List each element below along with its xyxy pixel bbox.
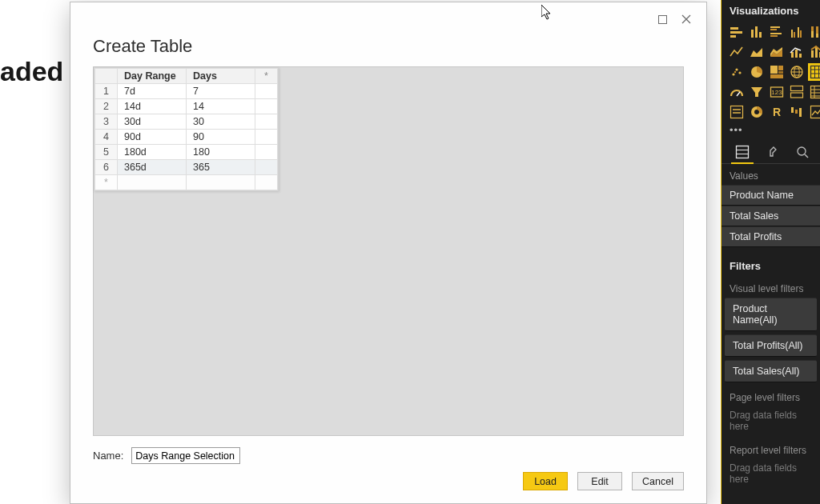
cell-day-range[interactable]: 14d — [118, 99, 187, 114]
svg-rect-2 — [730, 31, 742, 34]
cell-empty[interactable] — [255, 130, 278, 145]
svg-text:123: 123 — [771, 89, 782, 96]
svg-rect-10 — [770, 35, 778, 37]
cell-days[interactable]: 180 — [187, 145, 255, 160]
treemap-icon[interactable] — [768, 63, 786, 81]
svg-rect-42 — [791, 86, 803, 91]
svg-rect-18 — [816, 26, 818, 34]
cell-day-range[interactable]: 7d — [118, 84, 187, 99]
value-field[interactable]: Total Profits — [722, 226, 820, 247]
value-field[interactable]: Product Name — [722, 185, 820, 206]
report-level-filters-header: Report level filters — [722, 438, 820, 459]
table-row[interactable]: 2 14d 14 — [95, 99, 278, 114]
cancel-button[interactable]: Cancel — [632, 472, 684, 490]
value-field[interactable]: Total Sales — [722, 206, 820, 226]
svg-rect-4 — [751, 30, 754, 38]
line-chart-icon[interactable] — [728, 43, 746, 61]
svg-rect-22 — [795, 50, 798, 58]
svg-rect-16 — [811, 26, 814, 31]
matrix-icon[interactable] — [808, 83, 820, 101]
format-tab-icon[interactable] — [763, 142, 782, 162]
waterfall-icon[interactable] — [788, 103, 806, 121]
background-truncated-title: aded I — [0, 56, 78, 87]
name-label: Name: — [93, 450, 123, 462]
cell-days[interactable]: 14 — [187, 99, 255, 114]
cell-empty[interactable] — [255, 160, 278, 175]
column-header-day-range[interactable]: Day Range — [118, 69, 187, 84]
pie-chart-icon[interactable] — [748, 63, 766, 81]
cell-days[interactable]: 7 — [187, 84, 255, 99]
table-row[interactable]: 6 365d 365 — [95, 160, 278, 175]
gauge-icon[interactable] — [728, 83, 746, 101]
filter-item[interactable]: Total Profits(All) — [725, 334, 817, 357]
cell-day-range[interactable]: 365d — [118, 160, 187, 175]
cell-empty[interactable] — [255, 99, 278, 114]
cell-days[interactable]: 365 — [187, 160, 255, 175]
analytics-tab-icon[interactable] — [793, 142, 812, 162]
close-icon[interactable] — [674, 10, 698, 29]
clustered-column-icon[interactable] — [788, 23, 806, 41]
kpi-icon[interactable] — [808, 103, 820, 121]
dialog-button-row: Load Edit Cancel — [70, 464, 706, 502]
hundred-stacked-column-icon[interactable] — [808, 23, 820, 41]
combo-chart-icon[interactable] — [788, 43, 806, 61]
svg-rect-24 — [811, 50, 814, 58]
cell-empty[interactable] — [255, 84, 278, 99]
area-chart-icon[interactable] — [748, 43, 766, 61]
svg-rect-11 — [791, 30, 793, 38]
r-visual-icon[interactable]: R — [768, 103, 786, 121]
map-icon[interactable] — [788, 63, 806, 81]
filters-section-header: Filters — [722, 252, 820, 277]
table-row[interactable]: 4 90d 90 — [95, 130, 278, 145]
stacked-area-icon[interactable] — [768, 43, 786, 61]
clustered-bar-icon[interactable] — [768, 23, 786, 41]
card-icon[interactable]: 123 — [768, 83, 786, 101]
cell-empty[interactable] — [255, 145, 278, 160]
report-filters-drop-zone[interactable]: Drag data fields here — [722, 459, 820, 491]
cell-days[interactable]: 30 — [187, 114, 255, 130]
add-column-button[interactable]: * — [255, 69, 278, 84]
row-number: 1 — [95, 84, 118, 99]
data-entry-table[interactable]: Day Range Days * 1 7d 7 2 — [94, 67, 279, 191]
multi-row-card-icon[interactable] — [788, 83, 806, 101]
svg-rect-43 — [791, 93, 803, 98]
table-row-new[interactable]: * — [95, 175, 278, 190]
table-visual-icon[interactable] — [808, 63, 820, 81]
visual-level-filter-list: Product Name(All) Total Profits(All) Tot… — [722, 298, 820, 382]
cell-days[interactable]: 90 — [187, 130, 255, 145]
table-row[interactable]: 1 7d 7 — [95, 84, 278, 99]
filter-item[interactable]: Product Name(All) — [725, 298, 817, 331]
table-row[interactable]: 5 180d 180 — [95, 145, 278, 160]
slicer-icon[interactable] — [728, 103, 746, 121]
svg-rect-50 — [795, 110, 798, 114]
stacked-bar-icon[interactable] — [728, 23, 746, 41]
ribbon-chart-icon[interactable] — [808, 43, 820, 61]
cell-day-range[interactable]: 30d — [118, 114, 187, 130]
maximize-icon[interactable] — [650, 10, 674, 29]
cell-empty[interactable] — [255, 114, 278, 130]
table-row[interactable]: 3 30d 30 — [95, 114, 278, 130]
svg-rect-45 — [731, 106, 743, 118]
cell-day-range[interactable]: 180d — [118, 145, 187, 160]
scatter-chart-icon[interactable] — [728, 63, 746, 81]
page-level-filters-header: Page level filters — [722, 386, 820, 406]
more-visuals-icon[interactable]: ••• — [722, 124, 820, 139]
column-header-days[interactable]: Days — [187, 69, 255, 84]
load-button[interactable]: Load — [523, 472, 568, 490]
visualizations-title: Visualizations — [722, 0, 820, 22]
svg-rect-6 — [759, 32, 762, 38]
svg-point-54 — [798, 147, 806, 155]
table-name-input[interactable] — [131, 447, 240, 464]
edit-button[interactable]: Edit — [577, 472, 622, 490]
fields-tab-icon[interactable] — [733, 142, 752, 162]
page-filters-drop-zone[interactable]: Drag data fields here — [722, 406, 820, 438]
filter-item[interactable]: Total Sales(All) — [725, 360, 817, 382]
svg-point-28 — [735, 68, 738, 70]
svg-point-47 — [754, 110, 759, 114]
funnel-icon[interactable] — [748, 83, 766, 101]
cell-day-range[interactable]: 90d — [118, 130, 187, 145]
svg-rect-49 — [791, 107, 794, 113]
stacked-column-icon[interactable] — [748, 23, 766, 41]
donut-chart-icon[interactable] — [748, 103, 766, 121]
row-number: 2 — [95, 99, 118, 114]
